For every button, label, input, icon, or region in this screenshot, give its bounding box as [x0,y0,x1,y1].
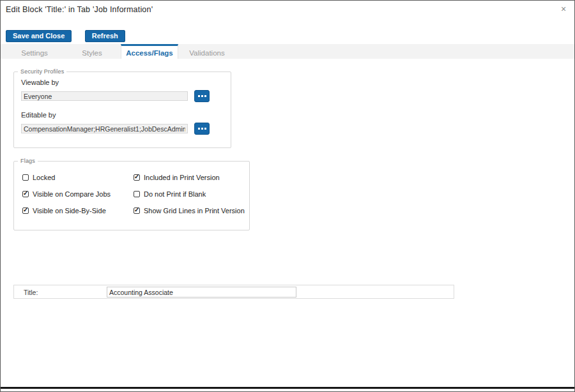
editable-by-row [21,123,231,135]
flag-label: Visible on Compare Jobs [33,190,111,198]
checkbox-do-not-print-if-blank[interactable] [134,191,140,197]
block-preview-row: Title: [13,285,454,299]
toolbar: Save and Close Refresh [6,29,135,42]
close-icon[interactable]: × [558,4,569,14]
checkbox-locked[interactable] [22,174,29,181]
title-field-input[interactable] [107,287,296,298]
editable-by-label: Editable by [21,111,231,119]
tab-styles[interactable]: Styles [63,44,121,59]
dialog-title: Edit Block 'Title:' in Tab 'Job Informat… [6,5,153,14]
edit-block-dialog: Edit Block 'Title:' in Tab 'Job Informat… [0,0,575,392]
flags-grid: Locked Visible on Compare Jobs Visible o… [22,169,249,219]
tab-settings[interactable]: Settings [6,44,63,59]
flag-item-locked: Locked [22,169,134,186]
security-profiles-group: Security Profiles Viewable by Editable b… [13,68,231,148]
viewable-by-row [21,90,231,102]
tab-validations[interactable]: Validations [178,44,236,59]
editable-by-browse-button[interactable] [194,123,210,135]
flag-item-do-not-print-if-blank: Do not Print if Blank [134,186,249,202]
flag-item-visible-compare-jobs: Visible on Compare Jobs [22,186,134,202]
refresh-button[interactable]: Refresh [85,30,125,42]
editable-by-input[interactable] [21,124,188,133]
flags-group: Flags Locked Visible on Compare Jobs Vis… [13,158,250,230]
flag-label: Do not Print if Blank [144,190,206,198]
save-and-close-button[interactable]: Save and Close [6,30,72,42]
flag-item-visible-side-by-side: Visible on Side-By-Side [22,202,134,219]
flags-legend: Flags [18,158,38,164]
tab-access-flags[interactable]: Access/Flags [121,44,178,59]
flag-item-included-print-version: Included in Print Version [134,169,249,186]
flag-label: Visible on Side-By-Side [33,207,106,215]
title-field-label: Title: [24,289,38,296]
checkbox-included-print-version[interactable] [134,174,140,181]
bottom-edge-bar [1,387,574,389]
viewable-by-input[interactable] [21,91,188,101]
security-profiles-legend: Security Profiles [18,68,66,75]
flag-label: Included in Print Version [144,174,220,181]
checkbox-show-grid-lines[interactable] [134,207,140,214]
ellipsis-icon [198,95,206,97]
flag-label: Show Grid Lines in Print Version [144,207,245,215]
flag-label: Locked [33,174,55,181]
viewable-by-label: Viewable by [21,79,231,86]
tab-bar: Settings Styles Access/Flags Validations [1,44,574,59]
checkbox-visible-side-by-side[interactable] [22,207,29,214]
checkbox-visible-compare-jobs[interactable] [22,191,29,197]
flag-item-show-grid-lines: Show Grid Lines in Print Version [134,202,249,219]
ellipsis-icon [198,128,206,130]
viewable-by-browse-button[interactable] [194,90,210,102]
